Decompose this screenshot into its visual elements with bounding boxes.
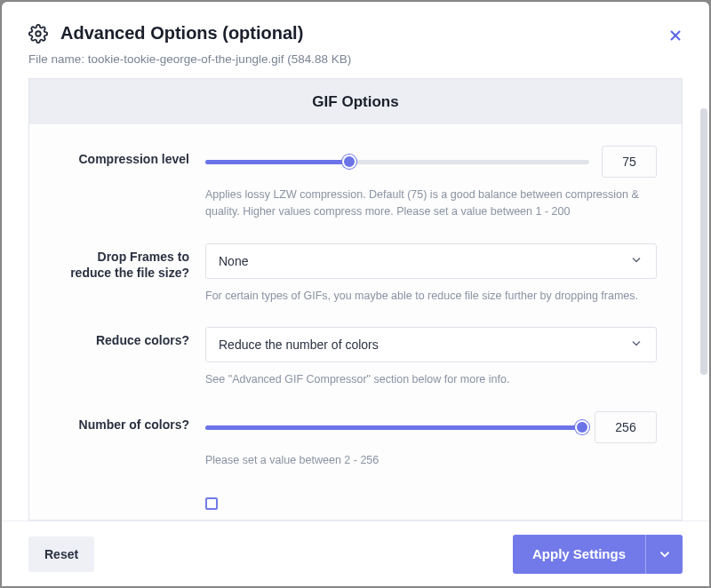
row-numcolors: Number of colors? 256 Please set a value… <box>54 411 657 485</box>
modal-footer: Reset Apply Settings <box>2 520 709 586</box>
file-name-row: File name: tookie-tookie-george-of-the-j… <box>2 52 709 78</box>
label-numcolors: Number of colors? <box>54 411 205 485</box>
reducecolors-help: See "Advanced GIF Compressor" section be… <box>205 371 657 388</box>
row-dropframes: Drop Frames to reduce the file size? Non… <box>54 243 657 321</box>
numcolors-help: Please set a value between 2 - 256 <box>205 452 657 469</box>
dropframes-select[interactable]: None <box>205 243 657 279</box>
file-name-value: tookie-tookie-george-of-the-jungle.gif (… <box>88 52 351 66</box>
row-compression: Compression level 75 Applies lossy LZW c… <box>54 146 657 236</box>
reducecolors-value: Reduce the number of colors <box>219 338 379 352</box>
checkbox-icon[interactable] <box>205 497 218 510</box>
dropframes-help: For certain types of GIFs, you maybe abl… <box>205 288 657 305</box>
row-cutoff <box>54 492 657 513</box>
modal-header: Advanced Options (optional) <box>2 2 709 52</box>
reset-button[interactable]: Reset <box>28 536 94 572</box>
close-icon[interactable] <box>667 27 684 44</box>
slider-fill <box>205 160 349 164</box>
label-dropframes: Drop Frames to reduce the file size? <box>54 243 205 321</box>
apply-dropdown-button[interactable] <box>645 535 683 574</box>
dropframes-value: None <box>219 254 248 268</box>
gear-icon <box>28 24 48 44</box>
numcolors-value-input[interactable]: 256 <box>595 411 657 443</box>
section-title: GIF Options <box>28 78 683 124</box>
file-name-label: File name: <box>28 52 88 66</box>
label-reducecolors: Reduce colors? <box>54 327 205 404</box>
section-body: Compression level 75 Applies lossy LZW c… <box>28 124 683 520</box>
svg-point-0 <box>36 31 41 36</box>
scrollbar[interactable] <box>700 108 707 375</box>
compression-slider[interactable]: 75 <box>205 146 657 178</box>
apply-settings-button[interactable]: Apply Settings <box>513 535 645 574</box>
chevron-down-icon <box>629 337 643 354</box>
row-reducecolors: Reduce colors? Reduce the number of colo… <box>54 327 657 404</box>
reducecolors-select[interactable]: Reduce the number of colors <box>205 327 657 362</box>
label-compression: Compression level <box>54 146 205 236</box>
modal-title: Advanced Options (optional) <box>60 23 303 44</box>
slider-fill <box>205 425 582 430</box>
chevron-down-icon <box>629 252 643 269</box>
compression-help: Applies lossy LZW compression. Default (… <box>205 187 657 220</box>
compression-value-input[interactable]: 75 <box>602 146 657 178</box>
slider-thumb[interactable] <box>575 420 589 434</box>
advanced-options-modal: Advanced Options (optional) File name: t… <box>2 2 709 586</box>
numcolors-slider[interactable]: 256 <box>205 411 657 443</box>
apply-button-group: Apply Settings <box>513 535 683 574</box>
slider-thumb[interactable] <box>342 155 356 169</box>
